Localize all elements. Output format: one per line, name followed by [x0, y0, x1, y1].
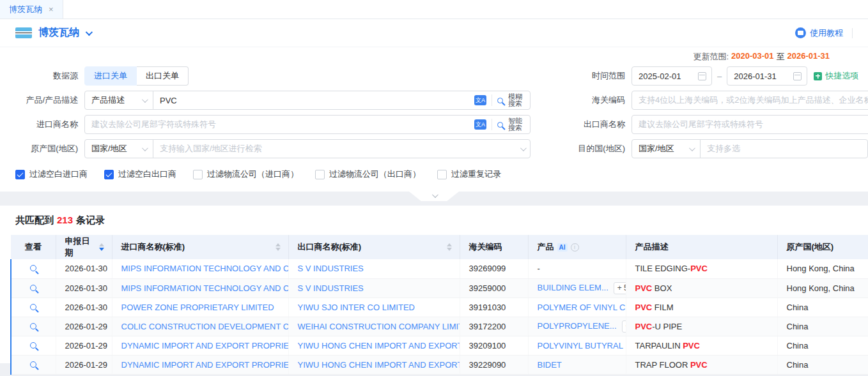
col-declare-date: 申报日期	[65, 236, 95, 259]
sort-declare-date[interactable]	[99, 243, 104, 251]
exporter-link[interactable]: YIWU HONG CHEN IMPORT AND EXPORT ...	[298, 341, 460, 350]
importer-link[interactable]: MIPS INFORMATION TECHNOLOGY AND C...	[121, 283, 289, 293]
view-record-icon[interactable]	[30, 342, 36, 349]
table-row: 2026-01-29 COLIC CONSTRUCTION DEVELOPMEN…	[11, 317, 868, 336]
col-product: 产品	[538, 241, 554, 253]
product-type-select[interactable]: 产品描述	[84, 91, 153, 110]
translate-icon[interactable]: 文A	[474, 119, 486, 130]
exporter-link[interactable]: YIWU SJO INTER CO LIMITED	[298, 303, 415, 312]
quick-options-link[interactable]: 快捷选项	[814, 70, 858, 82]
chevron-down-icon	[431, 192, 438, 198]
calendar-icon	[793, 72, 802, 80]
exporter-link[interactable]: S V INDUSTRIES	[298, 264, 364, 273]
hs-code-input[interactable]: 支持4位以上海关编码，或2位海关编码加上产品描述、企业名称的	[632, 91, 868, 110]
sort-importer[interactable]	[275, 243, 281, 251]
import-declarations-button[interactable]: 进口关单	[84, 66, 137, 86]
smart-search-icon[interactable]	[497, 122, 503, 128]
chevron-down-icon	[520, 145, 527, 151]
tutorial-link[interactable]: 使用教程	[795, 27, 843, 39]
checkbox-filter-blank-importer[interactable]: 过滤空白进口商	[15, 169, 88, 180]
checkbox-icon	[15, 170, 25, 179]
exporter-link[interactable]: S V INDUSTRIES	[298, 283, 364, 293]
product-link[interactable]: BUILDING ELEM...	[538, 283, 608, 292]
checkbox-icon	[315, 170, 325, 179]
more-products-badge[interactable]: + 5	[614, 282, 626, 294]
calendar-icon	[698, 72, 706, 80]
product-link[interactable]: POLYPROPYLENE...	[538, 321, 617, 331]
destination-country-input[interactable]: 支持多选	[700, 139, 868, 158]
view-record-icon[interactable]	[30, 323, 36, 329]
cell-hs-code: 39209100	[460, 336, 528, 355]
sort-exporter[interactable]	[447, 243, 452, 251]
product-input[interactable]: PVC 文A 模糊搜索	[153, 91, 531, 110]
end-date-input[interactable]: 2026-01-31	[727, 66, 807, 86]
importer-link[interactable]: DYNAMIC IMPORT AND EXPORT PROPRIET...	[121, 341, 289, 350]
cell-product-desc: TILE EDGING-PVC	[626, 259, 777, 278]
close-icon[interactable]: ×	[49, 5, 54, 13]
filter-checkboxes: 过滤空白进口商 过滤空白出口商 过滤物流公司（进口商） 过滤物流公司（出口商） …	[15, 169, 868, 180]
tab-botswana[interactable]: 博茨瓦纳 ×	[0, 0, 63, 19]
start-date-input[interactable]: 2025-02-01	[632, 66, 712, 86]
update-end-date: 2026-01-31	[787, 51, 830, 63]
importer-input[interactable]: 建议去除公司尾部字符或特殊符号 文A 智能搜索	[84, 115, 531, 134]
cell-hs-code: 39269099	[460, 259, 528, 278]
fuzzy-search-label[interactable]: 模糊搜索	[508, 93, 525, 107]
importer-link[interactable]: MIPS INFORMATION TECHNOLOGY AND C...	[121, 264, 289, 273]
origin-country-label: 原产国(地区)	[0, 143, 84, 154]
importer-link[interactable]: DYNAMIC IMPORT AND EXPORT PROPRIET...	[121, 360, 289, 370]
cell-hs-code: 39229090	[460, 355, 528, 374]
exporter-link[interactable]: YIWU HONG CHEN IMPORT AND EXPORT ...	[298, 360, 460, 370]
col-importer: 进口商名称(标准)	[121, 241, 185, 253]
cell-hs-code: 39259000	[460, 278, 528, 297]
importer-link[interactable]: POWER ZONE PROPRIETARY LIMITED	[121, 303, 274, 312]
col-origin: 原产国(地区)	[787, 241, 834, 253]
view-record-icon[interactable]	[30, 285, 36, 291]
cell-product-desc: TARPAULIN PVC	[626, 336, 777, 355]
table-header-row: 查看 申报日期 进口商名称(标准) 出口商名称(标准) 海关编码 产品 AI 产…	[11, 235, 868, 259]
table-row: 2026-01-30 MIPS INFORMATION TECHNOLOGY A…	[11, 259, 868, 278]
importer-label: 进口商名称	[0, 119, 84, 130]
origin-country-select[interactable]: 国家/地区	[84, 139, 153, 158]
exporter-link[interactable]: WEIHAI CONSTRUCTION COMPANY LIMITED	[298, 322, 460, 331]
translate-icon[interactable]: 文A	[474, 95, 486, 105]
chevron-down-icon[interactable]	[86, 28, 93, 35]
cell-declare-date: 2026-01-30	[56, 278, 112, 297]
botswana-flag-icon	[15, 27, 32, 38]
checkbox-filter-logistics-exporter[interactable]: 过滤物流公司（出口商）	[315, 169, 421, 180]
cell-declare-date: 2026-01-30	[56, 259, 112, 278]
exporter-input[interactable]: 建议去除公司尾部字符或特殊符号	[632, 115, 868, 134]
results-table: 查看 申报日期 进口商名称(标准) 出口商名称(标准) 海关编码 产品 AI 产…	[10, 235, 868, 375]
destination-country-select[interactable]: 国家/地区	[632, 139, 701, 158]
product-link[interactable]: BIDET	[538, 360, 562, 370]
checkbox-icon	[437, 170, 447, 179]
checkbox-filter-blank-exporter[interactable]: 过滤空白出口商	[104, 169, 176, 180]
chevron-down-icon	[142, 145, 148, 151]
export-declarations-button[interactable]: 出口关单	[137, 66, 189, 86]
product-link[interactable]: POLYMER OF VINYL C...	[538, 303, 626, 312]
origin-country-input[interactable]: 支持输入国家/地区进行检索	[153, 139, 531, 158]
checkbox-filter-logistics-importer[interactable]: 过滤物流公司（进口商）	[193, 169, 298, 180]
cell-declare-date: 2026-01-29	[56, 336, 112, 355]
smart-search-label[interactable]: 智能搜索	[508, 117, 525, 132]
fuzzy-search-icon[interactable]	[497, 98, 503, 103]
table-row: 2026-01-29 DYNAMIC IMPORT AND EXPORT PRO…	[11, 355, 868, 374]
cell-hs-code: 39172200	[460, 317, 528, 336]
product-link[interactable]: -	[538, 264, 540, 273]
collapse-filters-button[interactable]	[409, 192, 459, 201]
cell-declare-date: 2026-01-30	[56, 297, 112, 317]
cell-product-desc: PVC-U PIPE	[626, 317, 777, 336]
view-record-icon[interactable]	[30, 304, 36, 310]
pvc-highlight: PVC	[683, 341, 700, 350]
info-icon[interactable]	[571, 243, 579, 252]
view-record-icon[interactable]	[30, 265, 36, 271]
more-products-badge[interactable]: + 2	[622, 320, 626, 333]
col-view: 查看	[25, 241, 42, 253]
table-row: 2026-01-29 DYNAMIC IMPORT AND EXPORT PRO…	[11, 336, 868, 355]
quick-options-icon	[814, 72, 822, 80]
datasource-toggle: 进口关单 出口关单	[84, 66, 189, 86]
view-record-icon[interactable]	[30, 361, 36, 368]
importer-link[interactable]: COLIC CONSTRUCTION DEVELOPMENT CO ...	[121, 322, 289, 331]
pvc-highlight: PVC	[635, 303, 653, 312]
product-link[interactable]: POLYVINYL BUTYRAL	[538, 341, 623, 350]
checkbox-filter-duplicate-records[interactable]: 过滤重复记录	[437, 169, 501, 180]
